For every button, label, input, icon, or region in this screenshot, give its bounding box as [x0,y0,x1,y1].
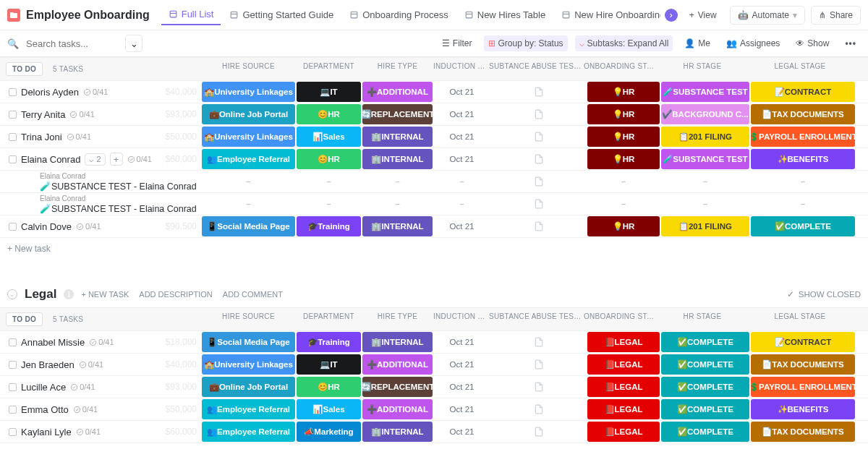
substance-cell[interactable] [491,216,586,236]
task-name[interactable]: Trina Joni [21,132,62,142]
task-row[interactable]: Trina Joni0/41$50,000🏫University Linkage… [0,126,868,148]
legal-stage-tag[interactable]: 📝CONTRACT [751,332,855,352]
hire-source-tag[interactable]: 🏫University Linkages [202,354,295,375]
search-dropdown[interactable]: ⌄ [125,35,142,52]
hr-stage-tag[interactable]: 🧪SUBSTANCE TEST [661,149,749,169]
task-row[interactable]: Jen Braeden0/41$40,000🏫University Linkag… [0,354,868,376]
tab-full-list[interactable]: Full List [161,4,221,25]
task-name[interactable]: Deloris Ayden [21,87,79,98]
hire-source-tag[interactable]: 👥Employee Referral [202,422,295,442]
induction-date[interactable]: Oct 21 [434,82,490,102]
col-legal-stage[interactable]: LEGAL STAGE [747,58,853,80]
me-button[interactable]: 👤Me [680,35,715,51]
legal-stage-tag[interactable]: ✨BENEFITS [751,399,855,419]
subtask-name[interactable]: 🧪SUBSTANCE TEST - Elaina Conrad [40,181,197,192]
task-row[interactable]: Annabel Missie0/41$18,000📱Social Media P… [0,331,868,354]
col-hire-source[interactable]: HIRE SOURCE [201,58,296,80]
hire-source-tag[interactable]: 👥Employee Referral [202,399,295,419]
row-checkbox[interactable] [9,133,17,141]
group-add-desc[interactable]: ADD DESCRIPTION [139,290,212,299]
hr-stage-tag[interactable]: ✅COMPLETE [661,399,749,419]
hire-type-tag[interactable]: 🏢INTERNAL [362,127,433,147]
task-name[interactable]: Elaina Conrad [21,154,80,165]
task-row[interactable]: Elaina Conrad⌵ 2+0/41$60,000👥Employee Re… [0,148,868,171]
department-tag[interactable]: 💻IT [297,82,361,102]
task-name[interactable]: Kaylani Lyle [21,427,72,437]
col-induction[interactable]: INDUCTION DATE [433,58,489,80]
induction-date[interactable]: Oct 21 [434,377,490,397]
induction-date[interactable]: Oct 21 [434,422,490,442]
induction-date[interactable]: Oct 21 [434,354,490,375]
task-name[interactable]: Terry Anita [21,109,65,120]
row-checkbox[interactable] [9,383,17,391]
substance-cell[interactable] [491,82,586,102]
hire-source-tag[interactable]: 📱Social Media Page [202,216,295,236]
induction-date[interactable]: Oct 21 [434,332,490,352]
tab-onboarding-process[interactable]: Onboarding Process [342,5,456,25]
substance-cell[interactable] [491,104,586,124]
induction-date[interactable]: Oct 21 [434,149,490,169]
group-add-comment[interactable]: ADD COMMENT [223,290,283,299]
hire-type-tag[interactable]: 🏢INTERNAL [362,149,433,169]
substance-cell[interactable] [491,354,586,375]
hr-stage-tag[interactable]: 🧪SUBSTANCE TEST [661,82,749,102]
legal-stage-tag[interactable]: 📄TAX DOCUMENTS [751,104,855,124]
onboarding-tag[interactable]: 📕LEGAL [587,399,660,419]
hire-source-tag[interactable]: 👥Employee Referral [202,149,295,169]
task-row[interactable]: Calvin Dove0/41$90,500📱Social Media Page… [0,215,868,238]
status-label[interactable]: TO DO [6,312,43,326]
task-name[interactable]: Emma Otto [21,404,69,415]
induction-date[interactable]: Oct 21 [434,104,490,124]
legal-stage-tag[interactable]: 📄TAX DOCUMENTS [751,422,855,442]
onboarding-tag[interactable]: 📕LEGAL [587,422,660,442]
hr-stage-tag[interactable]: 📋201 FILING [661,216,749,236]
hire-source-tag[interactable]: 📱Social Media Page [202,332,295,352]
task-row[interactable]: Deloris Ayden0/41$40,000🏫University Link… [0,81,868,103]
hire-type-tag[interactable]: 🔄REPLACEMENT [362,377,433,397]
subtask-row[interactable]: Elaina Conrad🧪SUBSTANCE TEST - Elaina Co… [0,193,868,215]
department-tag[interactable]: 📊Sales [297,399,361,419]
info-icon[interactable]: i [64,289,74,299]
department-tag[interactable]: 💻IT [297,354,361,375]
tab-new-hire-onboarding-form[interactable]: New Hire Onboarding Form [554,5,660,25]
col-department[interactable]: DEPARTMENT [296,58,362,80]
row-checkbox[interactable] [9,428,17,436]
induction-date[interactable]: Oct 21 [434,399,490,419]
hr-stage-tag[interactable]: ✔️BACKGROUND C... [661,104,749,124]
hire-source-tag[interactable]: 🏫University Linkages [202,82,295,102]
hire-source-tag[interactable]: 💼Online Job Portal [202,104,295,124]
add-view-button[interactable]: +View [682,7,724,24]
substance-cell[interactable] [491,399,586,419]
hire-type-tag[interactable]: 🔄REPLACEMENT [362,104,433,124]
hire-source-tag[interactable]: 💼Online Job Portal [202,377,295,397]
tabs-scroll-right[interactable]: › [665,9,678,22]
onboarding-tag[interactable]: 💡HR [587,104,660,124]
hire-type-tag[interactable]: 🏢INTERNAL [362,332,433,352]
search-input[interactable] [26,38,120,49]
substance-cell[interactable] [491,377,586,397]
hr-stage-tag[interactable]: ✅COMPLETE [661,332,749,352]
hire-source-tag[interactable]: 🏫University Linkages [202,127,295,147]
automate-button[interactable]: 🤖Automate▾ [730,6,805,25]
department-tag[interactable]: 😊HR [297,104,361,124]
add-subtask[interactable]: + [110,153,123,166]
legal-stage-tag[interactable]: 📝CONTRACT [751,82,855,102]
department-tag[interactable]: 📊Sales [297,127,361,147]
tab-getting-started-guide[interactable]: Getting Started Guide [222,5,341,25]
department-tag[interactable]: 😊HR [297,149,361,169]
task-name[interactable]: Jen Braeden [21,359,75,370]
department-tag[interactable]: 📣Marketing [297,422,361,442]
col-hr-stage[interactable]: HR STAGE [658,58,747,80]
hire-type-tag[interactable]: ➕ADDITIONAL [362,354,433,375]
substance-cell[interactable] [491,332,586,352]
onboarding-tag[interactable]: 💡HR [587,82,660,102]
onboarding-tag[interactable]: 📕LEGAL [587,354,660,375]
row-checkbox[interactable] [9,111,17,119]
hr-stage-tag[interactable]: ✅COMPLETE [661,354,749,375]
substance-cell[interactable] [491,422,586,442]
status-label[interactable]: TO DO [6,62,43,76]
more-button[interactable]: ••• [841,35,861,51]
onboarding-tag[interactable]: 💡HR [587,127,660,147]
department-tag[interactable]: 🎓Training [297,332,361,352]
legal-stage-tag[interactable]: 💲PAYROLL ENROLLMENT [751,377,855,397]
